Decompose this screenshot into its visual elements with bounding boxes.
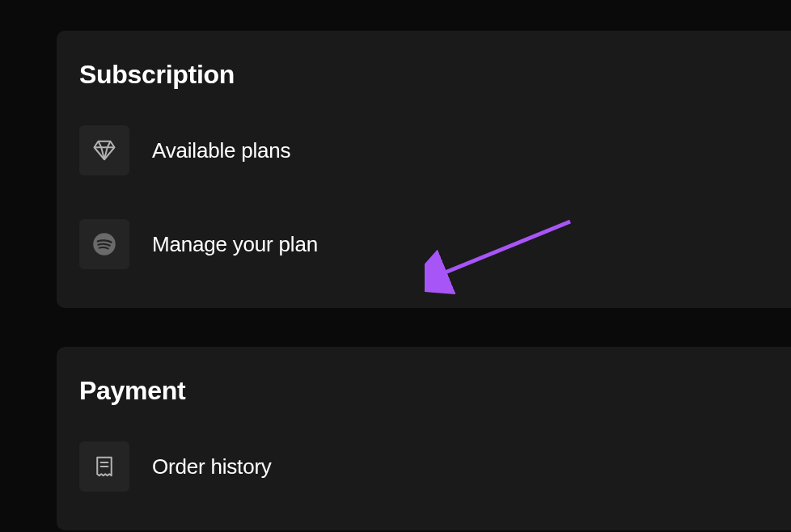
available-plans-label: Available plans [152,138,290,163]
receipt-icon [79,441,129,492]
order-history-item[interactable]: Order history [79,435,791,498]
subscription-title: Subscription [79,60,791,90]
payment-card: Payment Order history [57,347,791,530]
subscription-card: Subscription Available plans [57,31,791,308]
payment-title: Payment [79,376,791,406]
available-plans-item[interactable]: Available plans [79,119,791,182]
diamond-icon [79,125,129,175]
manage-plan-label: Manage your plan [152,232,318,257]
page-container: Subscription Available plans [57,31,791,530]
manage-plan-item[interactable]: Manage your plan [79,213,791,276]
order-history-label: Order history [152,454,272,479]
spotify-icon [79,219,129,269]
